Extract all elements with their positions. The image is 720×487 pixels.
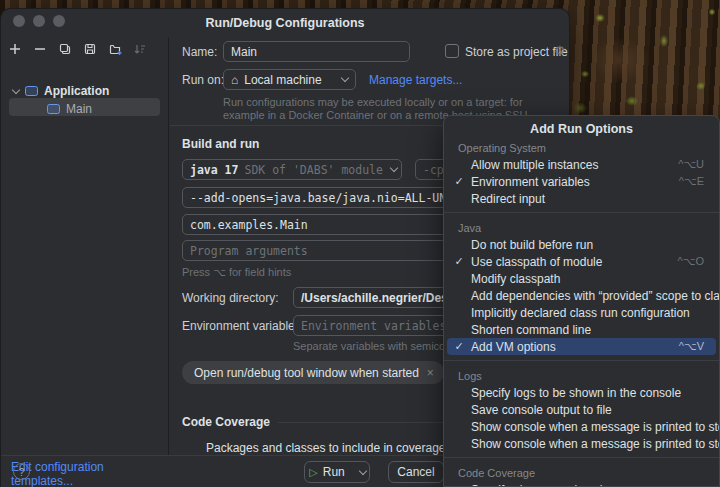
menu-item-shortcut: ^⌥V	[667, 340, 704, 353]
menu-separator	[444, 457, 719, 458]
menu-item[interactable]: Save console output to file	[447, 401, 716, 418]
jdk-value: java 17	[190, 163, 238, 177]
run-on-hint-line1: Run configurations may be executed local…	[223, 96, 523, 108]
sort-icon	[132, 41, 148, 57]
menu-item-label: Implicitly declared class run configurat…	[471, 306, 690, 320]
menu-section-header: Java	[444, 218, 719, 236]
new-folder-icon[interactable]	[107, 41, 123, 57]
remove-icon[interactable]	[32, 41, 48, 57]
copy-icon[interactable]	[57, 41, 73, 57]
add-run-options-menu: Add Run Options Operating SystemAllow mu…	[443, 115, 720, 487]
menu-section-header: Logs	[444, 366, 719, 384]
menu-item[interactable]: ✓Use classpath of module^⌥O	[447, 253, 716, 270]
chevron-down-icon	[383, 168, 397, 171]
save-icon[interactable]	[82, 41, 98, 57]
menu-item[interactable]: Modify classpath	[447, 270, 716, 287]
menu-item-shortcut: ^⌥O	[666, 255, 704, 268]
menu-item[interactable]: Show console when a message is printed t…	[447, 435, 716, 452]
run-on-value: Local machine	[244, 73, 321, 87]
jdk-hint: SDK of 'DABS' module	[244, 163, 382, 177]
close-icon[interactable]: ×	[427, 366, 434, 380]
menu-item[interactable]: ✓Specify classes and packages	[447, 481, 716, 487]
menu-item[interactable]: Specify logs to be shown in the console	[447, 384, 716, 401]
help-label: ?	[18, 466, 24, 478]
menu-item-label: Add dependencies with “provided” scope t…	[471, 289, 720, 303]
add-icon[interactable]	[7, 41, 23, 57]
help-button[interactable]: ?	[13, 463, 30, 480]
run-on-select[interactable]: ⌂ Local machine	[223, 69, 356, 90]
menu-item-shortcut: ^⌥U	[666, 158, 704, 171]
working-directory-label: Working directory:	[182, 291, 278, 305]
menu-item[interactable]: Do not build before run	[447, 236, 716, 253]
menu-item[interactable]: Implicitly declared class run configurat…	[447, 304, 716, 321]
jdk-select[interactable]: java 17 SDK of 'DABS' module	[182, 159, 402, 180]
run-split-button[interactable]: ▷ Run	[304, 461, 370, 483]
menu-item[interactable]: Allow multiple instances^⌥U	[447, 156, 716, 173]
menu-item-label: Add VM options	[471, 340, 556, 354]
menu-item[interactable]: ✓Environment variables^⌥E	[447, 173, 716, 190]
tree-group-label: Application	[44, 84, 109, 98]
cancel-label: Cancel	[397, 465, 434, 479]
checkmark-icon: ✓	[447, 340, 471, 353]
menu-item[interactable]: Add dependencies with “provided” scope t…	[447, 287, 716, 304]
menu-item[interactable]: Shorten command line	[447, 321, 716, 338]
chevron-down-icon[interactable]	[12, 85, 20, 93]
field-hints-text: Press ⌥ for field hints	[182, 266, 291, 279]
dialog-title: Run/Debug Configurations	[1, 16, 569, 30]
menu-item-label: Show console when a message is printed t…	[471, 437, 720, 451]
cp-flag: -cp	[423, 163, 444, 177]
configurations-sidebar: Application Main Edit configuration temp…	[1, 37, 169, 456]
menu-item[interactable]: Redirect input	[447, 190, 716, 207]
coverage-packages-text: Packages and classes to include in cover…	[206, 441, 472, 455]
application-type-icon	[25, 86, 38, 96]
checkmark-icon: ✓	[447, 175, 471, 188]
chevron-down-icon	[334, 78, 348, 81]
manage-targets-link[interactable]: Manage targets...	[369, 73, 462, 87]
menu-section-header: Code Coverage	[444, 463, 719, 481]
sidebar-toolbar	[7, 41, 148, 57]
tag-label: Open run/debug tool window when started	[194, 366, 419, 380]
tree-item-main-content: Main	[47, 102, 92, 116]
menu-item[interactable]: ✓Add VM options^⌥V	[447, 338, 716, 355]
menu-item-label: Show console when a message is printed t…	[471, 420, 720, 434]
menu-separator	[444, 212, 719, 213]
menu-item-label: Save console output to file	[471, 403, 612, 417]
menu-item-label: Specify logs to be shown in the console	[471, 386, 681, 400]
menu-item-label: Redirect input	[471, 192, 545, 206]
menu-item-shortcut: ^⌥E	[667, 175, 704, 188]
main-class-value: com.examples.Main	[190, 218, 308, 232]
play-icon: ▷	[309, 466, 317, 479]
cancel-button[interactable]: Cancel	[388, 461, 444, 483]
menu-item[interactable]: Show console when a message is printed t…	[447, 418, 716, 435]
menu-separator	[444, 360, 719, 361]
gear-icon[interactable]: ⚙	[554, 43, 566, 58]
menu-item-label: Do not build before run	[471, 238, 593, 252]
menu-item-label: Environment variables	[471, 175, 590, 189]
run-button[interactable]: ▷ Run	[301, 462, 352, 482]
run-options-chevron[interactable]	[353, 462, 373, 482]
run-label: Run	[323, 465, 345, 479]
menu-item-label: Shorten command line	[471, 323, 591, 337]
menu-item-label: Allow multiple instances	[471, 158, 598, 172]
store-as-project-file-label: Store as project file	[465, 45, 568, 59]
open-tool-window-tag[interactable]: Open run/debug tool window when started …	[182, 361, 444, 384]
environment-variables-label: Environment variables:	[182, 319, 304, 333]
tree-group-application[interactable]: Application	[13, 84, 109, 98]
vm-options-value: --add-opens=java.base/java.nio=ALL-UNNAM…	[190, 191, 481, 205]
menu-section-header: Operating System	[444, 138, 719, 156]
menu-item-label: Use classpath of module	[471, 255, 602, 269]
menu-item-label: Modify classpath	[471, 272, 560, 286]
desktop-background: Run/Debug Configurations	[0, 0, 720, 487]
home-icon: ⌂	[231, 73, 238, 87]
menu-item-label: Specify classes and packages	[471, 483, 632, 487]
run-on-label: Run on:	[182, 73, 224, 87]
store-as-project-file-checkbox[interactable]	[445, 44, 459, 58]
checkmark-icon: ✓	[447, 255, 471, 268]
dialog-titlebar: Run/Debug Configurations	[1, 9, 569, 37]
application-type-icon	[47, 104, 60, 114]
checkmark-icon: ✓	[447, 483, 471, 487]
code-coverage-header: Code Coverage	[182, 415, 270, 429]
tree-item-main[interactable]: Main	[9, 98, 160, 116]
name-input[interactable]: Main	[223, 41, 410, 62]
name-value: Main	[231, 45, 257, 59]
